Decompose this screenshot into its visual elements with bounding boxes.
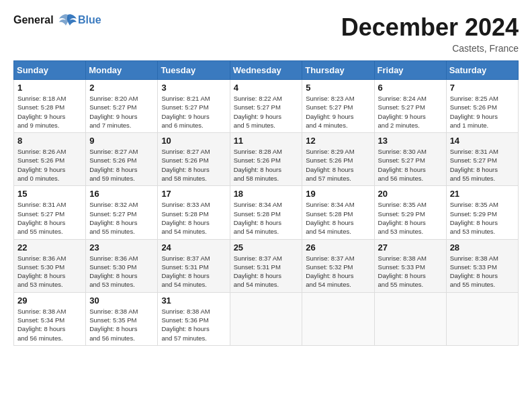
day-info: Sunrise: 8:37 AM Sunset: 5:31 PM Dayligh… xyxy=(161,254,226,289)
calendar-week-row: 22Sunrise: 8:36 AM Sunset: 5:30 PM Dayli… xyxy=(14,239,519,292)
calendar-cell: 22Sunrise: 8:36 AM Sunset: 5:30 PM Dayli… xyxy=(14,239,86,292)
calendar-cell: 21Sunrise: 8:35 AM Sunset: 5:29 PM Dayli… xyxy=(446,186,518,239)
day-number: 27 xyxy=(378,242,443,253)
calendar-cell: 7Sunrise: 8:25 AM Sunset: 5:26 PM Daylig… xyxy=(446,80,518,133)
day-number: 3 xyxy=(161,83,226,93)
day-number: 22 xyxy=(17,242,82,253)
day-number: 5 xyxy=(306,83,370,93)
day-number: 31 xyxy=(161,295,226,306)
day-info: Sunrise: 8:22 AM Sunset: 5:27 PM Dayligh… xyxy=(234,94,299,130)
calendar-cell: 1Sunrise: 8:18 AM Sunset: 5:28 PM Daylig… xyxy=(14,80,86,133)
calendar-cell: 20Sunrise: 8:35 AM Sunset: 5:29 PM Dayli… xyxy=(374,186,446,239)
day-header-friday: Friday xyxy=(374,61,446,80)
day-number: 6 xyxy=(378,83,443,93)
day-info: Sunrise: 8:38 AM Sunset: 5:36 PM Dayligh… xyxy=(161,307,226,342)
day-info: Sunrise: 8:18 AM Sunset: 5:28 PM Dayligh… xyxy=(17,94,82,130)
day-number: 13 xyxy=(378,136,443,146)
calendar-cell: 26Sunrise: 8:37 AM Sunset: 5:32 PM Dayli… xyxy=(302,239,374,292)
day-number: 24 xyxy=(161,242,226,253)
day-info: Sunrise: 8:24 AM Sunset: 5:27 PM Dayligh… xyxy=(378,94,443,130)
calendar: SundayMondayTuesdayWednesdayThursdayFrid… xyxy=(13,60,519,346)
day-info: Sunrise: 8:35 AM Sunset: 5:29 PM Dayligh… xyxy=(378,200,443,236)
calendar-cell: 24Sunrise: 8:37 AM Sunset: 5:31 PM Dayli… xyxy=(158,239,230,292)
day-number: 14 xyxy=(450,136,515,146)
logo-text-general: General xyxy=(13,14,54,26)
calendar-week-row: 29Sunrise: 8:38 AM Sunset: 5:34 PM Dayli… xyxy=(14,292,519,345)
day-info: Sunrise: 8:37 AM Sunset: 5:32 PM Dayligh… xyxy=(306,254,370,289)
calendar-cell xyxy=(446,292,518,345)
day-info: Sunrise: 8:20 AM Sunset: 5:27 PM Dayligh… xyxy=(89,94,154,130)
day-number: 7 xyxy=(450,83,515,93)
title-area: December 2024 Castets, France xyxy=(341,13,519,54)
calendar-cell: 4Sunrise: 8:22 AM Sunset: 5:27 PM Daylig… xyxy=(230,80,302,133)
day-header-monday: Monday xyxy=(86,61,158,80)
day-info: Sunrise: 8:38 AM Sunset: 5:35 PM Dayligh… xyxy=(89,307,154,342)
day-header-saturday: Saturday xyxy=(446,61,518,80)
day-info: Sunrise: 8:26 AM Sunset: 5:26 PM Dayligh… xyxy=(17,147,82,183)
calendar-week-row: 1Sunrise: 8:18 AM Sunset: 5:28 PM Daylig… xyxy=(14,80,519,133)
calendar-cell: 23Sunrise: 8:36 AM Sunset: 5:30 PM Dayli… xyxy=(86,239,158,292)
calendar-cell: 10Sunrise: 8:27 AM Sunset: 5:26 PM Dayli… xyxy=(158,133,230,186)
calendar-cell: 2Sunrise: 8:20 AM Sunset: 5:27 PM Daylig… xyxy=(86,80,158,133)
calendar-week-row: 8Sunrise: 8:26 AM Sunset: 5:26 PM Daylig… xyxy=(14,133,519,186)
day-number: 2 xyxy=(89,83,154,93)
day-number: 8 xyxy=(17,136,82,146)
day-info: Sunrise: 8:27 AM Sunset: 5:26 PM Dayligh… xyxy=(161,147,226,183)
day-info: Sunrise: 8:21 AM Sunset: 5:27 PM Dayligh… xyxy=(161,94,226,130)
day-number: 28 xyxy=(450,242,515,253)
day-info: Sunrise: 8:37 AM Sunset: 5:31 PM Dayligh… xyxy=(234,254,299,289)
calendar-cell: 31Sunrise: 8:38 AM Sunset: 5:36 PM Dayli… xyxy=(158,292,230,345)
calendar-cell: 14Sunrise: 8:31 AM Sunset: 5:27 PM Dayli… xyxy=(446,133,518,186)
day-info: Sunrise: 8:23 AM Sunset: 5:27 PM Dayligh… xyxy=(306,94,370,130)
calendar-cell: 16Sunrise: 8:32 AM Sunset: 5:27 PM Dayli… xyxy=(86,186,158,239)
day-number: 20 xyxy=(378,189,443,199)
calendar-cell: 11Sunrise: 8:28 AM Sunset: 5:26 PM Dayli… xyxy=(230,133,302,186)
day-number: 11 xyxy=(234,136,299,146)
location: Castets, France xyxy=(341,43,519,54)
day-header-sunday: Sunday xyxy=(14,61,86,80)
calendar-cell xyxy=(230,292,302,345)
header: General Blue December 2024 Castets, Fran… xyxy=(13,13,519,54)
calendar-cell: 3Sunrise: 8:21 AM Sunset: 5:27 PM Daylig… xyxy=(158,80,230,133)
day-info: Sunrise: 8:32 AM Sunset: 5:27 PM Dayligh… xyxy=(89,200,154,236)
calendar-header-row: SundayMondayTuesdayWednesdayThursdayFrid… xyxy=(14,61,519,80)
day-info: Sunrise: 8:25 AM Sunset: 5:26 PM Dayligh… xyxy=(450,94,515,130)
day-number: 17 xyxy=(161,189,226,199)
calendar-cell: 17Sunrise: 8:33 AM Sunset: 5:28 PM Dayli… xyxy=(158,186,230,239)
calendar-cell: 8Sunrise: 8:26 AM Sunset: 5:26 PM Daylig… xyxy=(14,133,86,186)
day-header-wednesday: Wednesday xyxy=(230,61,302,80)
day-info: Sunrise: 8:34 AM Sunset: 5:28 PM Dayligh… xyxy=(234,200,299,236)
calendar-cell: 18Sunrise: 8:34 AM Sunset: 5:28 PM Dayli… xyxy=(230,186,302,239)
calendar-cell: 27Sunrise: 8:38 AM Sunset: 5:33 PM Dayli… xyxy=(374,239,446,292)
day-info: Sunrise: 8:31 AM Sunset: 5:27 PM Dayligh… xyxy=(17,200,82,236)
day-info: Sunrise: 8:38 AM Sunset: 5:33 PM Dayligh… xyxy=(378,254,443,289)
logo: General Blue xyxy=(13,13,101,28)
calendar-cell: 12Sunrise: 8:29 AM Sunset: 5:26 PM Dayli… xyxy=(302,133,374,186)
calendar-cell: 29Sunrise: 8:38 AM Sunset: 5:34 PM Dayli… xyxy=(14,292,86,345)
day-info: Sunrise: 8:30 AM Sunset: 5:27 PM Dayligh… xyxy=(378,147,443,183)
calendar-cell: 30Sunrise: 8:38 AM Sunset: 5:35 PM Dayli… xyxy=(86,292,158,345)
day-number: 30 xyxy=(89,295,154,306)
day-number: 9 xyxy=(89,136,154,146)
day-number: 4 xyxy=(234,83,299,93)
day-info: Sunrise: 8:36 AM Sunset: 5:30 PM Dayligh… xyxy=(17,254,82,289)
calendar-cell: 25Sunrise: 8:37 AM Sunset: 5:31 PM Dayli… xyxy=(230,239,302,292)
calendar-cell: 28Sunrise: 8:38 AM Sunset: 5:33 PM Dayli… xyxy=(446,239,518,292)
calendar-cell xyxy=(374,292,446,345)
day-number: 1 xyxy=(17,83,82,93)
day-number: 10 xyxy=(161,136,226,146)
calendar-cell xyxy=(302,292,374,345)
day-info: Sunrise: 8:28 AM Sunset: 5:26 PM Dayligh… xyxy=(234,147,299,183)
day-info: Sunrise: 8:34 AM Sunset: 5:28 PM Dayligh… xyxy=(306,200,370,236)
day-header-thursday: Thursday xyxy=(302,61,374,80)
calendar-cell: 13Sunrise: 8:30 AM Sunset: 5:27 PM Dayli… xyxy=(374,133,446,186)
day-number: 29 xyxy=(17,295,82,306)
calendar-cell: 19Sunrise: 8:34 AM Sunset: 5:28 PM Dayli… xyxy=(302,186,374,239)
day-number: 21 xyxy=(450,189,515,199)
calendar-cell: 5Sunrise: 8:23 AM Sunset: 5:27 PM Daylig… xyxy=(302,80,374,133)
day-number: 25 xyxy=(234,242,299,253)
day-number: 18 xyxy=(234,189,299,199)
month-title: December 2024 xyxy=(341,13,519,42)
day-number: 12 xyxy=(306,136,370,146)
day-info: Sunrise: 8:38 AM Sunset: 5:33 PM Dayligh… xyxy=(450,254,515,289)
